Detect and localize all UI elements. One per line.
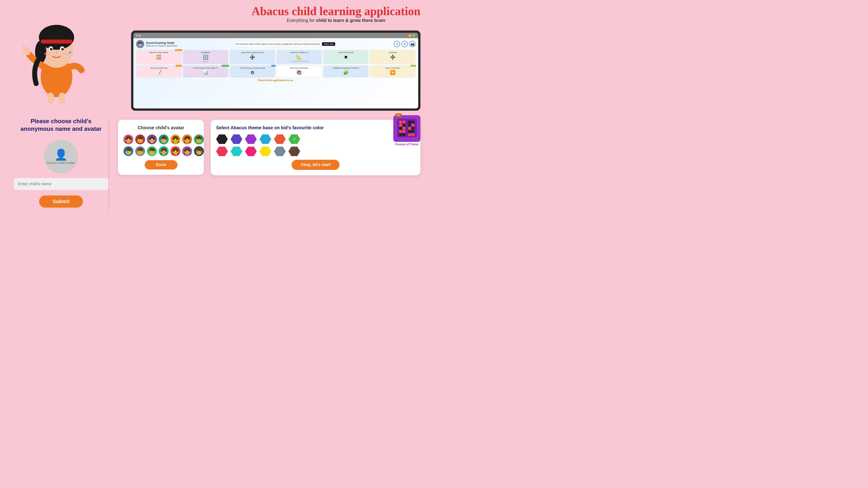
svg-point-39 xyxy=(411,130,414,133)
tablet-header-row: 🧒 Good Evening Veda! Welcome to Abacus a… xyxy=(136,40,415,48)
color-row-2 xyxy=(216,147,415,156)
tablet-info-icon[interactable]: ℹ xyxy=(394,41,400,47)
avatar-option-8[interactable]: 👦 xyxy=(123,146,133,156)
module-sequence[interactable]: NUMBER SEQUENCE PUZZLE 🧩 xyxy=(323,66,369,78)
avatar-option-10[interactable]: 👦 xyxy=(147,146,157,156)
color-swatch-cyan[interactable] xyxy=(259,134,271,144)
svg-point-35 xyxy=(411,127,414,130)
color-swatch-black[interactable] xyxy=(216,134,228,144)
module-badge-favourite: Favourite xyxy=(221,65,229,67)
app-subtitle: Everything for child to learn & grow the… xyxy=(252,18,421,23)
module-exam[interactable]: Favourite EXAM CHECK KID'S ABILITY 📊 xyxy=(183,66,228,78)
avatar-option-6[interactable]: 👧 xyxy=(182,134,192,144)
avatar-picker-title: Choose child's avatar xyxy=(123,125,198,130)
tablet-user-avatar: 🧒 xyxy=(136,40,144,48)
module-challenge[interactable]: New CUSTOM CHALLENGE MODE ⚙ xyxy=(230,66,275,78)
tablet-screen-icon[interactable]: 📺 xyxy=(409,41,415,47)
selected-check-icon: ✓ xyxy=(293,137,296,141)
color-swatch-hot-pink[interactable] xyxy=(245,147,257,156)
tablet-time: 8:08 xyxy=(136,34,141,37)
tablet-mockup: 8:08 📶 🔋 🧒 Good Evening Veda! Welcome to… xyxy=(131,31,421,111)
avatar-option-11[interactable]: 👧 xyxy=(159,146,168,156)
svg-rect-20 xyxy=(48,93,54,104)
tablet-status-icons: 📶 🔋 xyxy=(408,34,415,37)
svg-point-10 xyxy=(51,48,52,49)
module-badge-popular: Popular xyxy=(176,65,182,67)
color-swatch-green[interactable]: ✓ xyxy=(288,134,300,144)
svg-point-36 xyxy=(399,130,402,133)
theme-panel: Select Abacus theme base on kid's favour… xyxy=(211,120,421,175)
tablet-user-info: 🧒 Good Evening Veda! Welcome to Abacus a… xyxy=(136,40,178,48)
svg-point-25 xyxy=(402,121,405,124)
avatar-option-13[interactable]: 👧 xyxy=(182,146,192,156)
avatar-option-9[interactable]: 👦 xyxy=(135,146,145,156)
svg-point-43 xyxy=(411,133,414,136)
svg-point-38 xyxy=(408,130,411,133)
tablet-share-button[interactable]: Share now xyxy=(322,42,335,46)
child-name-input[interactable] xyxy=(13,178,108,190)
svg-point-11 xyxy=(63,48,64,49)
avatar-option-12[interactable]: 👧 xyxy=(170,146,180,156)
avatar-option-1[interactable]: 👧 xyxy=(123,134,133,144)
color-swatch-dark-purple[interactable] xyxy=(230,134,242,144)
tablet-icons-row: ℹ ⚙ 📺 xyxy=(394,41,415,47)
color-row-1: ✓ xyxy=(216,134,415,144)
done-button[interactable]: Done xyxy=(145,160,178,169)
avatar-placeholder[interactable]: 👤 Choose child's avatar xyxy=(44,140,78,173)
color-swatch-brown[interactable] xyxy=(288,147,300,156)
module-addition[interactable]: ADDITION SUBTRACTION ➕ xyxy=(230,50,275,64)
module-video[interactable]: Useful VIDEO TUTORIAL ▶️ xyxy=(370,66,415,78)
app-title: Abacus child learning application xyxy=(252,4,421,18)
avatar-option-3[interactable]: 👧 xyxy=(147,134,157,144)
svg-rect-5 xyxy=(41,39,72,43)
color-swatch-purple[interactable] xyxy=(245,134,257,144)
module-practice[interactable]: PRACTICE MATERIAL 📚 xyxy=(276,66,322,78)
module-abacus-free[interactable]: Beginner ABACUS FREE MODE 🧮 xyxy=(136,50,182,64)
check-other-text: Check other application by us. xyxy=(136,79,415,82)
svg-point-27 xyxy=(411,121,414,124)
color-swatch-teal[interactable] xyxy=(230,147,242,156)
avatar-option-4[interactable]: 👦 xyxy=(159,134,168,144)
svg-point-26 xyxy=(408,121,411,124)
avatar-option-2[interactable]: 👦 xyxy=(135,134,145,144)
avatar-option-7[interactable]: 👦 xyxy=(194,134,204,144)
color-swatch-yellow[interactable] xyxy=(259,147,271,156)
vertical-divider xyxy=(108,120,109,210)
avatar-option-14[interactable]: 👦 xyxy=(194,146,204,156)
avatar-placeholder-icon: 👤 xyxy=(54,149,68,161)
svg-point-9 xyxy=(61,48,64,51)
svg-point-42 xyxy=(408,133,411,136)
svg-point-40 xyxy=(399,133,402,136)
theme-title: Select Abacus theme base on kid's favour… xyxy=(216,125,415,130)
color-swatch-pink-red[interactable] xyxy=(216,147,228,156)
module-badge-beginner: Beginner xyxy=(175,49,182,51)
avatar-option-5[interactable]: 👧 xyxy=(170,134,180,144)
avatar-picker-panel: Choose child's avatar 👧 👦 👧 👦 👧 👧 👦 👦 👦 … xyxy=(118,120,204,175)
svg-point-13 xyxy=(44,52,51,56)
svg-point-12 xyxy=(55,52,58,53)
choose-text: Please choose child's anonymous name and… xyxy=(13,118,108,133)
tablet-help-banner: We need your Help! Kindly support us by … xyxy=(234,41,337,47)
bottom-section: Please choose child's anonymous name and… xyxy=(0,118,434,210)
svg-point-8 xyxy=(50,48,53,51)
color-swatch-orange-red[interactable] xyxy=(274,134,286,144)
svg-point-37 xyxy=(402,130,405,133)
start-button[interactable]: Okay, let's start xyxy=(291,160,340,170)
module-multiplication[interactable]: MULTIPLICATION ✖ xyxy=(323,50,369,64)
preview-label: Preview of Theme xyxy=(393,143,421,146)
submit-button[interactable]: Submit xyxy=(39,195,83,207)
svg-point-28 xyxy=(399,124,402,127)
svg-point-33 xyxy=(402,127,405,130)
avatar-grid: 👧 👦 👧 👦 👧 👧 👦 👦 👦 👦 👧 👧 👧 👦 xyxy=(123,134,198,156)
module-numbers[interactable]: NUMBERS 🔢 Set 137 xyxy=(183,50,228,64)
module-exercise[interactable]: Popular ABACUS EXERCISE 📝 xyxy=(136,66,182,78)
tablet-screen: 8:08 📶 🔋 🧒 Good Evening Veda! Welcome to… xyxy=(133,33,418,108)
svg-point-16 xyxy=(69,51,71,54)
tablet-status-bar: 8:08 📶 🔋 xyxy=(133,33,418,38)
module-formulas[interactable]: ABACUS FORMULAS 📐 4→10+6 Big Friend Form… xyxy=(276,50,322,64)
svg-point-31 xyxy=(411,124,414,127)
module-division[interactable]: DIVISION ➗ xyxy=(370,50,415,64)
color-swatch-slate[interactable] xyxy=(274,147,286,156)
modules-grid: Beginner ABACUS FREE MODE 🧮 NUMBERS 🔢 Se… xyxy=(136,50,415,77)
tablet-settings-icon[interactable]: ⚙ xyxy=(401,41,408,47)
